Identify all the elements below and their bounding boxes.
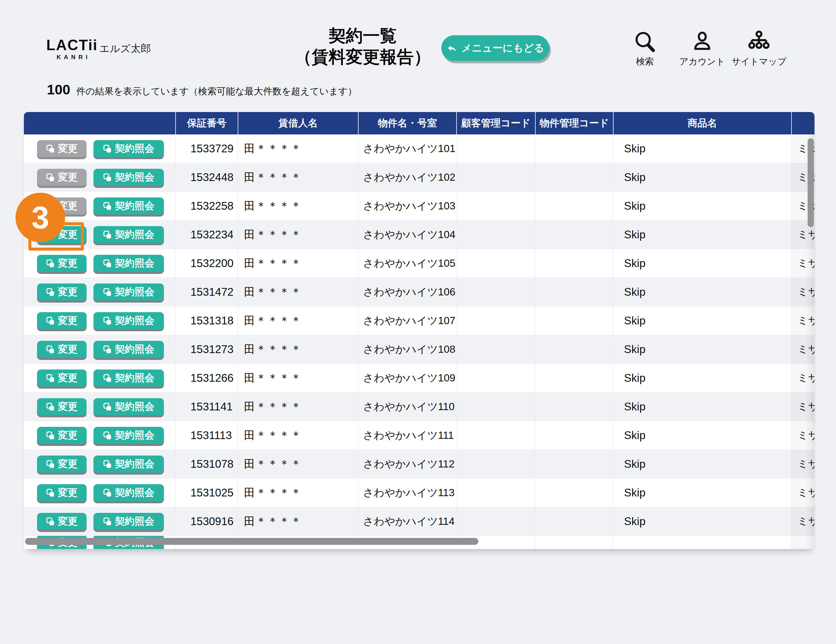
horizontal-scrollbar-thumb[interactable] (25, 538, 478, 545)
change-button[interactable]: 変更 (37, 341, 87, 358)
logo-sub-text: KANRI (46, 54, 98, 60)
guarantee-number-cell: 1531266 (175, 364, 238, 392)
contract-inquiry-button[interactable]: 契約照会 (93, 513, 164, 530)
tenant-name-cell: 田＊＊＊＊ (238, 392, 358, 421)
change-button[interactable]: 変更 (37, 169, 87, 186)
guarantee-number-cell: 1532234 (175, 221, 238, 249)
copy-icon (46, 144, 55, 153)
nav-search[interactable]: 検索 (627, 30, 663, 68)
table-row: 変更 契約照会 1531141 田＊＊＊＊ さわやかハイツ110 Skip ミサ (24, 392, 815, 421)
customer-code-cell (456, 364, 535, 392)
property-name-cell: さわやかハイツ104 (358, 221, 456, 249)
contract-inquiry-button-label: 契約照会 (115, 170, 154, 184)
table-row: 変更 契約照会 1532200 田＊＊＊＊ さわやかハイツ105 Skip ミサ (24, 249, 815, 278)
contract-inquiry-button[interactable]: 契約照会 (93, 456, 164, 472)
guarantee-number-cell: 1531113 (175, 421, 238, 449)
logo-brand-text: LACTii (46, 38, 98, 52)
tenant-name-cell: 田＊＊＊＊ (238, 134, 358, 163)
back-to-menu-button[interactable]: メニューにもどる (441, 35, 549, 61)
change-button-label: 変更 (58, 343, 78, 356)
contract-inquiry-button[interactable]: 契約照会 (93, 255, 164, 272)
product-name-cell: Skip (613, 221, 791, 249)
copy-icon (103, 259, 112, 268)
contract-inquiry-button-label: 契約照会 (115, 285, 154, 299)
contract-inquiry-button[interactable]: 契約照会 (93, 398, 164, 415)
contract-inquiry-button[interactable]: 契約照会 (93, 283, 164, 301)
page: LACTii KANRI エルズ太郎 契約一覧 （賃料変更報告） メニューにもど… (0, 0, 836, 644)
table-row: 変更 契約照会 1531472 田＊＊＊＊ さわやかハイツ106 Skip ミサ (24, 278, 815, 306)
property-name-cell: さわやかハイツ114 (358, 507, 456, 536)
change-button-label: 変更 (58, 257, 78, 270)
tenant-name-cell: 田＊＊＊＊ (238, 507, 358, 536)
copy-icon (103, 517, 112, 526)
change-button[interactable]: 変更 (37, 456, 87, 472)
guarantee-number-cell: 1531025 (175, 479, 238, 507)
copy-icon (103, 316, 112, 325)
results-count: 100 (47, 81, 70, 98)
copy-icon (46, 173, 55, 182)
property-code-cell (535, 536, 613, 549)
property-name-cell: さわやかハイツ101 (358, 134, 456, 163)
contract-inquiry-button[interactable]: 契約照会 (93, 427, 164, 444)
nav-sitemap[interactable]: サイトマップ (726, 30, 792, 68)
sitemap-icon (747, 30, 771, 53)
change-button[interactable]: 変更 (37, 140, 87, 157)
row-actions: 変更 契約照会 (24, 249, 175, 278)
extra-column-cell: ミサ (791, 249, 815, 278)
property-name-cell: さわやかハイツ109 (358, 364, 456, 392)
change-button[interactable]: 変更 (37, 398, 87, 415)
row-actions: 変更 契約照会 (24, 479, 175, 507)
contract-inquiry-button[interactable]: 契約照会 (93, 341, 164, 358)
table-row: 変更 契約照会 1531078 田＊＊＊＊ さわやかハイツ112 Skip ミサ (24, 450, 815, 479)
results-summary: 100 件の結果を表示しています（検索可能な最大件数を超えています） (47, 81, 357, 98)
guarantee-number-cell: 1531273 (175, 335, 238, 363)
tenant-name-cell: 田＊＊＊＊ (238, 450, 358, 478)
property-code-cell (535, 249, 613, 278)
copy-icon (103, 489, 112, 497)
customer-code-cell (456, 392, 535, 421)
change-button[interactable]: 変更 (37, 484, 87, 501)
property-name-cell: さわやかハイツ106 (358, 278, 456, 306)
tenant-name-cell: 田＊＊＊＊ (238, 221, 358, 249)
property-code-cell (535, 278, 613, 306)
copy-icon (103, 288, 112, 297)
extra-column-cell: ミサ (791, 479, 815, 507)
row-actions: 変更 契約照会 (24, 364, 175, 392)
contract-inquiry-button[interactable]: 契約照会 (93, 226, 164, 243)
change-button[interactable]: 変更 (37, 283, 87, 301)
guarantee-number-cell: 1533729 (175, 134, 238, 163)
change-button-label: 変更 (58, 457, 78, 471)
change-button[interactable]: 変更 (37, 369, 87, 387)
change-button[interactable]: 変更 (37, 312, 87, 329)
product-name-cell: Skip (613, 507, 791, 536)
copy-icon (103, 230, 112, 239)
back-to-menu-label: メニューにもどる (461, 41, 544, 55)
product-name-cell: Skip (613, 249, 791, 278)
change-button-label: 変更 (58, 314, 78, 327)
property-code-cell (535, 221, 613, 249)
product-name-cell (613, 536, 791, 549)
tenant-name-cell: 田＊＊＊＊ (238, 421, 358, 449)
contract-inquiry-button[interactable]: 契約照会 (93, 312, 164, 329)
change-button[interactable]: 変更 (37, 427, 87, 444)
customer-code-cell (456, 134, 535, 163)
nav-account[interactable]: アカウント (673, 30, 732, 68)
contract-inquiry-button[interactable]: 契約照会 (93, 369, 164, 387)
contract-inquiry-button[interactable]: 契約照会 (93, 169, 164, 186)
property-name-cell: さわやかハイツ108 (358, 335, 456, 363)
row-actions: 変更 契約照会 (24, 507, 175, 536)
change-button[interactable]: 変更 (37, 255, 87, 272)
contract-inquiry-button[interactable]: 契約照会 (93, 198, 164, 214)
extra-column-cell: ミサ (791, 507, 815, 536)
tenant-name-cell: 田＊＊＊＊ (238, 163, 358, 191)
contract-inquiry-button[interactable]: 契約照会 (93, 140, 164, 157)
product-name-cell: Skip (613, 421, 791, 449)
product-name-cell: Skip (613, 364, 791, 392)
change-button-label: 変更 (58, 285, 78, 299)
product-name-cell: Skip (613, 479, 791, 507)
contract-inquiry-button[interactable]: 契約照会 (93, 484, 164, 501)
extra-column-cell: ミサ (791, 450, 815, 478)
vertical-scrollbar-thumb[interactable] (808, 138, 814, 227)
tenant-name-cell: 田＊＊＊＊ (238, 249, 358, 278)
change-button[interactable]: 変更 (37, 513, 87, 530)
